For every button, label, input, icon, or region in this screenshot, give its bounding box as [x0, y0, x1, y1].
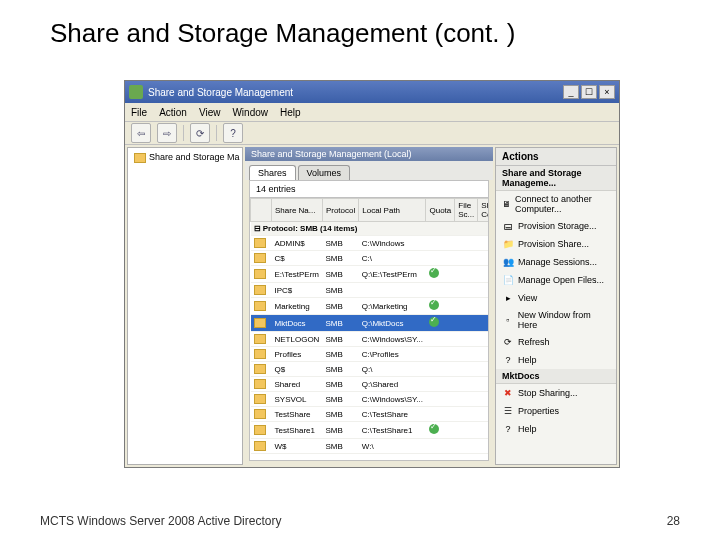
action-label: Provision Storage...: [518, 221, 597, 231]
table-row[interactable]: MktDocsSMBQ:\MktDocs1.61 GB: [251, 315, 490, 332]
share-icon: [254, 379, 266, 389]
tab-bar: Shares Volumes: [245, 161, 493, 180]
tree-root-label: Share and Storage Management: [149, 152, 240, 162]
tab-volumes[interactable]: Volumes: [298, 165, 351, 180]
action-item[interactable]: ▫New Window from Here: [496, 307, 616, 333]
action-label: Help: [518, 355, 537, 365]
col-header[interactable]: File Sc...: [455, 199, 478, 222]
main-header: Share and Storage Management (Local): [245, 147, 493, 161]
col-header[interactable]: Share Na...: [272, 199, 323, 222]
shares-table: Share Na...ProtocolLocal PathQuotaFile S…: [250, 198, 489, 454]
col-header[interactable]: Shadow Co...: [478, 199, 489, 222]
share-icon: [254, 318, 266, 328]
actions-section-global: Share and Storage Manageme...: [496, 166, 616, 191]
menu-view[interactable]: View: [199, 107, 221, 118]
refresh-button[interactable]: ⟳: [190, 123, 210, 143]
stop-icon: ✖: [502, 387, 514, 399]
action-item[interactable]: ?Help: [496, 351, 616, 369]
minimize-button[interactable]: _: [563, 85, 579, 99]
action-label: New Window from Here: [518, 310, 610, 330]
footer-left: MCTS Windows Server 2008 Active Director…: [40, 514, 281, 528]
col-header[interactable]: Local Path: [359, 199, 426, 222]
action-item[interactable]: ▸View: [496, 289, 616, 307]
ok-icon: [429, 300, 439, 310]
slide-footer: MCTS Windows Server 2008 Active Director…: [40, 514, 680, 528]
table-wrap[interactable]: Share Na...ProtocolLocal PathQuotaFile S…: [249, 197, 489, 461]
share-icon: [254, 394, 266, 404]
action-label: Provision Share...: [518, 239, 589, 249]
help-icon: ?: [502, 354, 514, 366]
computer-icon: 🖥: [502, 198, 511, 210]
table-row[interactable]: W$SMBW:\5.86 GB: [251, 439, 490, 454]
forward-button[interactable]: ⇨: [157, 123, 177, 143]
action-label: Connect to another Computer...: [515, 194, 610, 214]
actions-header: Actions: [496, 148, 616, 166]
menu-window[interactable]: Window: [232, 107, 268, 118]
share-icon: 📁: [502, 238, 514, 250]
table-row[interactable]: NETLOGONSMBC:\Windows\SY...7.62 GB: [251, 332, 490, 347]
table-row[interactable]: ADMIN$SMBC:\Windows7.62 GB: [251, 236, 490, 251]
table-row[interactable]: SYSVOLSMBC:\Windows\SY...7.62 GB: [251, 392, 490, 407]
action-item[interactable]: ☰Properties: [496, 402, 616, 420]
main-panel: Share and Storage Management (Local) Sha…: [245, 147, 493, 465]
slide-title: Share and Storage Management (cont. ): [0, 0, 720, 61]
table-row[interactable]: SharedSMBQ:\Shared1.61 GB: [251, 377, 490, 392]
toolbar: ⇦ ⇨ ⟳ ?: [125, 122, 619, 145]
props-icon: ☰: [502, 405, 514, 417]
maximize-button[interactable]: ☐: [581, 85, 597, 99]
help-button[interactable]: ?: [223, 123, 243, 143]
table-row[interactable]: IPC$SMB-: [251, 283, 490, 298]
actions-section-item: MktDocs: [496, 369, 616, 384]
action-label: Help: [518, 424, 537, 434]
separator: [183, 125, 184, 141]
table-row[interactable]: TestShareSMBC:\TestShare7.62 GB: [251, 407, 490, 422]
table-row[interactable]: MarketingSMBQ:\Marketing1.61 GB: [251, 298, 490, 315]
action-label: View: [518, 293, 537, 303]
ok-icon: [429, 424, 439, 434]
share-icon: [254, 409, 266, 419]
col-header[interactable]: [251, 199, 272, 222]
tab-shares[interactable]: Shares: [249, 165, 296, 180]
tree-root[interactable]: Share and Storage Management: [130, 150, 240, 165]
action-item[interactable]: 🖴Provision Storage...: [496, 217, 616, 235]
action-item[interactable]: 🖥Connect to another Computer...: [496, 191, 616, 217]
window-icon: ▫: [502, 314, 514, 326]
ok-icon: [429, 268, 439, 278]
action-label: Manage Sessions...: [518, 257, 597, 267]
action-item[interactable]: 📁Provision Share...: [496, 235, 616, 253]
separator: [216, 125, 217, 141]
menu-action[interactable]: Action: [159, 107, 187, 118]
menu-help[interactable]: Help: [280, 107, 301, 118]
refresh-icon: ⟳: [502, 336, 514, 348]
collapse-icon[interactable]: ⊟: [254, 224, 261, 233]
group-row[interactable]: ⊟ Protocol: SMB (14 items): [251, 222, 490, 236]
action-item[interactable]: ?Help: [496, 420, 616, 438]
table-row[interactable]: E:\TestPErmSMBQ:\E:\TestPErm1.61 GB: [251, 266, 490, 283]
col-header[interactable]: Quota: [426, 199, 455, 222]
footer-page: 28: [667, 514, 680, 528]
action-label: Manage Open Files...: [518, 275, 604, 285]
window-title: Share and Storage Management: [148, 87, 293, 98]
table-row[interactable]: C$SMBC:\7.62 GB: [251, 251, 490, 266]
file-icon: 📄: [502, 274, 514, 286]
action-item[interactable]: 📄Manage Open Files...: [496, 271, 616, 289]
close-button[interactable]: ×: [599, 85, 615, 99]
table-row[interactable]: ProfilesSMBC:\Profiles7.62 GB: [251, 347, 490, 362]
action-label: Properties: [518, 406, 559, 416]
view-icon: ▸: [502, 292, 514, 304]
menu-file[interactable]: File: [131, 107, 147, 118]
table-row[interactable]: TestShare1SMBC:\TestShare11.61 GB: [251, 422, 490, 439]
table-row[interactable]: Q$SMBQ:\1.61 GB: [251, 362, 490, 377]
titlebar: Share and Storage Management _ ☐ ×: [125, 81, 619, 103]
action-item[interactable]: 👥Manage Sessions...: [496, 253, 616, 271]
body: Share and Storage Management Share and S…: [125, 145, 619, 467]
session-icon: 👥: [502, 256, 514, 268]
action-item[interactable]: ✖Stop Sharing...: [496, 384, 616, 402]
app-icon: [129, 85, 143, 99]
back-button[interactable]: ⇦: [131, 123, 151, 143]
action-label: Refresh: [518, 337, 550, 347]
share-icon: [254, 238, 266, 248]
action-item[interactable]: ⟳Refresh: [496, 333, 616, 351]
share-icon: [254, 301, 266, 311]
col-header[interactable]: Protocol: [322, 199, 358, 222]
